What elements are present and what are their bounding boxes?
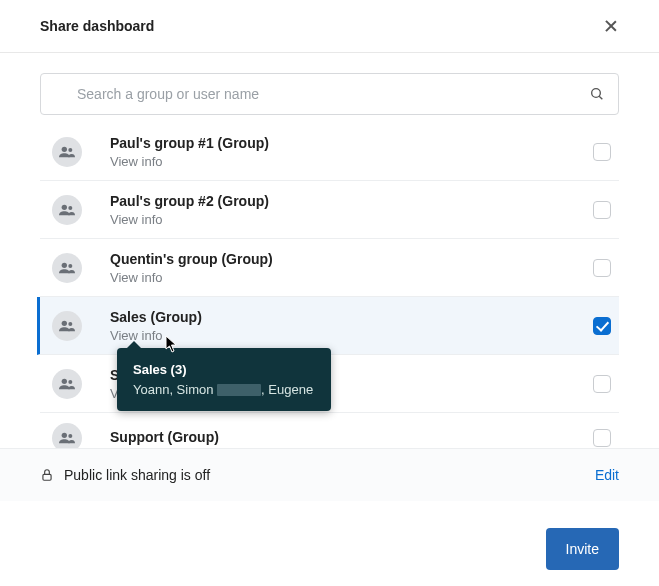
list-item-body: Paul's group #1 (Group) View info bbox=[82, 134, 593, 169]
close-icon[interactable] bbox=[603, 18, 619, 34]
svg-point-11 bbox=[68, 380, 72, 384]
svg-point-5 bbox=[68, 206, 72, 210]
public-link-bar: Public link sharing is off Edit bbox=[0, 448, 659, 501]
group-icon bbox=[52, 195, 82, 225]
view-info-link[interactable]: View info bbox=[110, 212, 593, 227]
view-info-link[interactable]: View info bbox=[110, 154, 593, 169]
group-icon bbox=[52, 253, 82, 283]
public-link-status: Public link sharing is off bbox=[40, 467, 210, 483]
list-item[interactable]: Support (Group) bbox=[40, 413, 619, 453]
lock-icon bbox=[40, 468, 54, 482]
list-item-title: Paul's group #2 (Group) bbox=[110, 192, 593, 212]
mouse-cursor-icon bbox=[165, 335, 179, 353]
list-item-title: Sales (Group) bbox=[110, 308, 593, 328]
svg-point-4 bbox=[62, 204, 67, 209]
svg-point-10 bbox=[62, 378, 67, 383]
search-icon bbox=[589, 86, 605, 102]
svg-point-12 bbox=[62, 433, 67, 438]
list-item-body: Paul's group #2 (Group) View info bbox=[82, 192, 593, 227]
checkbox[interactable] bbox=[593, 259, 611, 277]
tooltip-title: Sales (3) bbox=[133, 360, 315, 380]
list-item[interactable]: Paul's group #2 (Group) View info bbox=[40, 181, 619, 239]
dialog-header: Share dashboard bbox=[0, 0, 659, 53]
svg-point-3 bbox=[68, 148, 72, 152]
checkbox[interactable] bbox=[593, 429, 611, 447]
checkbox[interactable] bbox=[593, 375, 611, 393]
group-icon bbox=[52, 311, 82, 341]
list-item-title: Support (Group) bbox=[110, 428, 593, 448]
list-item[interactable]: Sales (Group) View info bbox=[37, 297, 619, 355]
svg-rect-14 bbox=[43, 474, 51, 480]
svg-point-13 bbox=[68, 434, 72, 438]
list-item[interactable]: Paul's group #1 (Group) View info bbox=[40, 123, 619, 181]
checkbox[interactable] bbox=[593, 201, 611, 219]
svg-point-0 bbox=[592, 89, 601, 98]
svg-point-6 bbox=[62, 262, 67, 267]
list-item-body: Support (Group) bbox=[82, 428, 593, 448]
svg-point-9 bbox=[68, 322, 72, 326]
list-item-body: Quentin's group (Group) View info bbox=[82, 250, 593, 285]
list-item-title: Quentin's group (Group) bbox=[110, 250, 593, 270]
svg-point-2 bbox=[62, 146, 67, 151]
svg-point-8 bbox=[62, 320, 67, 325]
view-info-link[interactable]: View info bbox=[110, 328, 593, 343]
tooltip-text: , Eugene bbox=[261, 382, 313, 397]
group-icon bbox=[52, 137, 82, 167]
edit-link[interactable]: Edit bbox=[595, 467, 619, 483]
checkbox[interactable] bbox=[593, 317, 611, 335]
svg-line-1 bbox=[599, 96, 602, 99]
tooltip-text: Yoann, Simon bbox=[133, 382, 217, 397]
list-item-body: Sales (Group) View info bbox=[82, 308, 593, 343]
search-wrap bbox=[40, 73, 619, 115]
checkbox[interactable] bbox=[593, 143, 611, 161]
invite-button[interactable]: Invite bbox=[546, 528, 619, 570]
group-icon bbox=[52, 369, 82, 399]
list-item[interactable]: Quentin's group (Group) View info bbox=[40, 239, 619, 297]
action-bar: Invite bbox=[546, 528, 619, 570]
list-item-title: Paul's group #1 (Group) bbox=[110, 134, 593, 154]
svg-point-7 bbox=[68, 264, 72, 268]
dialog-title: Share dashboard bbox=[40, 18, 154, 34]
info-tooltip: Sales (3) Yoann, Simon , Eugene bbox=[117, 348, 331, 411]
tooltip-members: Yoann, Simon , Eugene bbox=[133, 380, 315, 400]
redacted-text bbox=[217, 384, 261, 396]
public-link-text: Public link sharing is off bbox=[64, 467, 210, 483]
search-input[interactable] bbox=[40, 73, 619, 115]
view-info-link[interactable]: View info bbox=[110, 270, 593, 285]
